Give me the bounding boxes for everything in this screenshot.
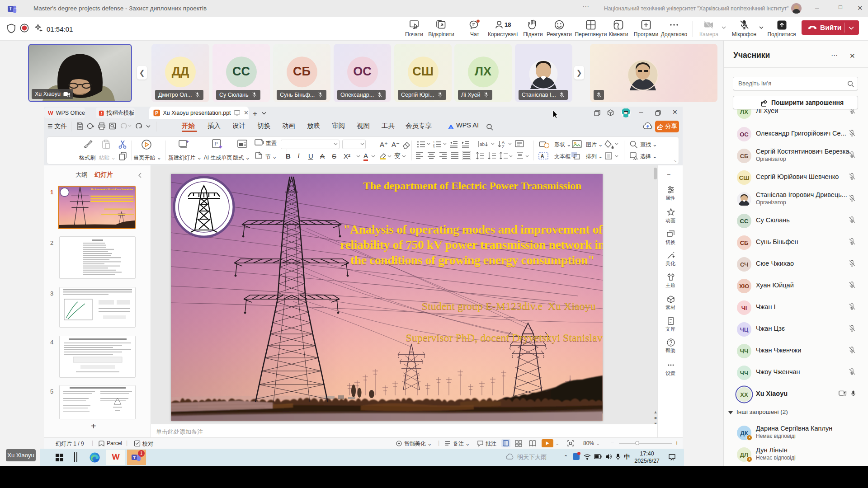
svg-text:A: A (502, 140, 505, 145)
svg-text:"Analysis of operating modes a: "Analysis of operating modes and improve… (343, 222, 603, 236)
svg-text:P: P (215, 141, 218, 146)
svg-text:A: A (541, 154, 544, 159)
svg-text:ab: ab (480, 142, 485, 147)
svg-text:P: P (155, 110, 158, 115)
svg-text:The department of Electric Pow: The department of Electric Power Transmi… (363, 180, 582, 192)
svg-text:T: T (9, 6, 12, 11)
svg-text:the conditions of growing ener: the conditions of growing energy consump… (350, 253, 594, 267)
svg-text:3: 3 (433, 146, 435, 148)
svg-text:Supervisor PhD, docent Dryvets: Supervisor PhD, docent Dryvetskyi Stanis… (406, 332, 602, 343)
svg-text:The department of Electric Pow: The department of Electric Power Transmi… (91, 188, 133, 190)
svg-text:Student group E-M123div.e Xu: Student group E-M123div.e Xu Xiaoyu (421, 300, 595, 312)
svg-text:18: 18 (505, 21, 511, 28)
svg-text:Z: Z (502, 145, 505, 149)
svg-text:T: T (133, 455, 136, 460)
svg-text:reliability of 750 kV power tr: reliability of 750 kV power transmission… (340, 238, 603, 252)
